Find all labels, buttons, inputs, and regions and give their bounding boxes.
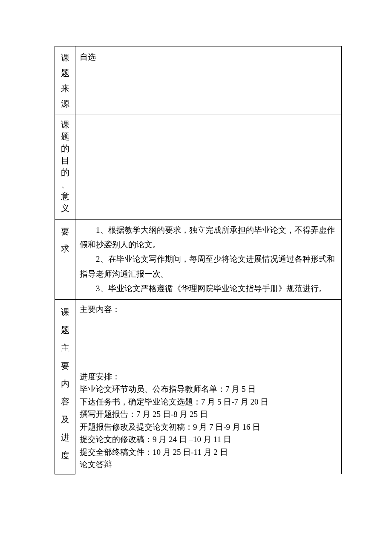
label-topic-purpose: 课 题 的 目 的 、 意 义 (55, 115, 75, 220)
requirement-item: 3、毕业论文严格遵循《华理网院毕业论文指导手册》规范进行。 (80, 281, 337, 296)
thesis-task-table: 课 题 来 源 自选 课 题 的 目 的 、 意 义 要 求 1、根据 (55, 46, 342, 474)
label-topic-source: 课 题 来 源 (55, 46, 75, 115)
row-main-content-schedule: 课 题 主 要 内 容 及 进 度 主要内容： 进度安排： 毕业论文环节动员、公… (55, 299, 342, 474)
schedule-block: 进度安排： 毕业论文环节动员、公布指导教师名单：7 月 5 日 下达任务书，确定… (80, 370, 337, 471)
label-main-content-schedule: 课 题 主 要 内 容 及 进 度 (55, 299, 75, 474)
content-main-schedule: 主要内容： 进度安排： 毕业论文环节动员、公布指导教师名单：7 月 5 日 下达… (75, 299, 342, 474)
row-requirements: 要 求 1、根据教学大纲的要求，独立完成所承担的毕业论文，不得弄虚作假和抄袭别人… (55, 220, 342, 300)
requirement-item: 2、在毕业论文写作期间，每周至少将论文进展情况通过各种形式和指导老师沟通汇报一次… (80, 252, 337, 281)
topic-source-value: 自选 (80, 52, 96, 61)
schedule-item: 开题报告修改及提交论文初稿：9 月 7 日-9 月 16 日 (80, 421, 337, 433)
row-topic-source: 课 题 来 源 自选 (55, 46, 342, 115)
content-topic-purpose (75, 115, 342, 220)
content-requirements: 1、根据教学大纲的要求，独立完成所承担的毕业论文，不得弄虚作假和抄袭别人的论文。… (75, 220, 342, 300)
schedule-item: 撰写开题报告：7 月 25 日-8 月 25 日 (80, 408, 337, 420)
schedule-heading: 进度安排： (80, 370, 337, 383)
requirement-item: 1、根据教学大纲的要求，独立完成所承担的毕业论文，不得弄虚作假和抄袭别人的论文。 (80, 223, 337, 252)
label-requirements: 要 求 (55, 220, 75, 300)
content-topic-source: 自选 (75, 46, 342, 115)
row-topic-purpose: 课 题 的 目 的 、 意 义 (55, 115, 342, 220)
schedule-item: 毕业论文环节动员、公布指导教师名单：7 月 5 日 (80, 383, 337, 395)
schedule-item: 论文答辩 (80, 458, 337, 471)
main-content-heading: 主要内容： (80, 303, 337, 315)
schedule-item: 提交论文的修改稿：9 月 24 日 –10 月 11 日 (80, 433, 337, 445)
schedule-item: 提交全部终稿文件：10 月 25 日-11 月 2 日 (80, 446, 337, 458)
schedule-item: 下达任务书，确定毕业论文选题：7 月 5 日-7 月 20 日 (80, 396, 337, 408)
